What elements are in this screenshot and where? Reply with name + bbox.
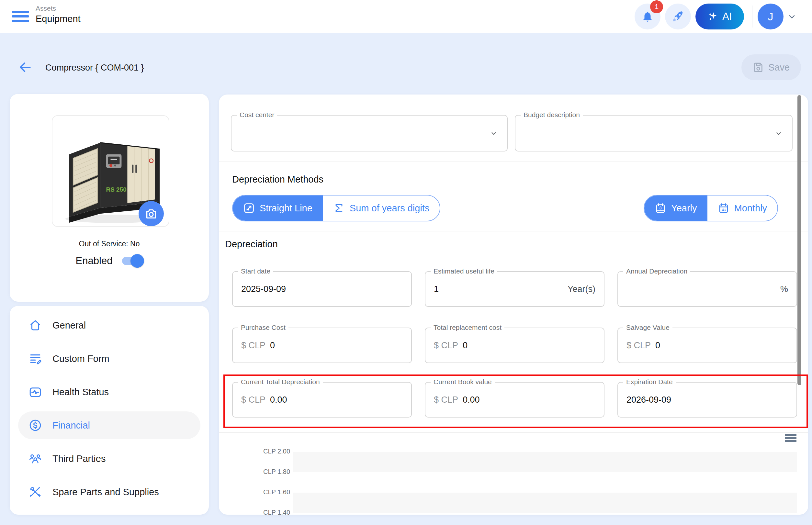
change-photo-button[interactable] bbox=[138, 201, 164, 226]
sidebar-item-label: Third Parties bbox=[53, 453, 105, 464]
sidebar-item-third-parties[interactable]: Third Parties bbox=[18, 445, 201, 472]
purchase-cost-field[interactable]: Purchase Cost $ CLP 0 bbox=[232, 328, 412, 363]
currency-prefix: $ CLP bbox=[434, 341, 458, 350]
chevron-down-icon bbox=[774, 129, 783, 139]
field-value: 2025-09-09 bbox=[241, 284, 286, 294]
field-label: Start date bbox=[238, 267, 273, 275]
depreciation-method-toggle: Straight Line Sum of years digits bbox=[232, 195, 440, 221]
sidebar-item-custom-form[interactable]: Custom Form bbox=[18, 345, 201, 373]
tools-icon bbox=[29, 485, 42, 499]
breadcrumb: Assets Equipment bbox=[35, 4, 80, 24]
page-title-header: Equipment bbox=[35, 14, 80, 24]
y-axis-label: CLP 2.00 bbox=[263, 448, 302, 455]
total-replacement-cost-field[interactable]: Total replacement cost $ CLP 0 bbox=[425, 328, 604, 363]
section-divider bbox=[219, 432, 808, 433]
y-axis-label: CLP 1.80 bbox=[263, 468, 302, 476]
field-label: Annual Depreciation bbox=[623, 267, 690, 275]
field-value: 1 bbox=[434, 284, 439, 294]
menu-icon[interactable] bbox=[12, 11, 29, 22]
currency-prefix: $ CLP bbox=[241, 341, 265, 350]
arrow-left-icon bbox=[18, 60, 32, 74]
enabled-label: Enabled bbox=[76, 255, 113, 267]
sparkle-icon bbox=[707, 11, 719, 22]
period-monthly-button[interactable]: Monthly bbox=[707, 195, 778, 221]
section-divider bbox=[219, 231, 808, 231]
dollar-circle-icon bbox=[29, 419, 42, 432]
back-button[interactable] bbox=[18, 60, 32, 74]
section-title: Depreciation Methods bbox=[232, 174, 323, 185]
save-icon bbox=[753, 62, 764, 73]
ai-assistant-button[interactable]: AI bbox=[695, 3, 744, 29]
equipment-financial-page: Assets Equipment 1 AI J bbox=[0, 0, 812, 525]
field-label: Current Book value bbox=[431, 378, 495, 386]
app-header: Assets Equipment 1 AI J bbox=[0, 0, 812, 33]
asset-profile-card: RS 250 Out of Service: No Enabled bbox=[10, 94, 209, 302]
sidebar-item-label: Financial bbox=[53, 420, 90, 431]
field-label: Estimated useful life bbox=[431, 267, 497, 275]
budget-description-select[interactable]: Budget description bbox=[515, 115, 793, 151]
field-value: 0 bbox=[655, 341, 660, 350]
field-suffix: % bbox=[780, 284, 788, 294]
field-label: Cost center bbox=[237, 111, 277, 119]
sidebar-item-health-status[interactable]: Health Status bbox=[18, 378, 201, 406]
enabled-row: Enabled bbox=[10, 255, 209, 267]
field-value: 2026-09-09 bbox=[626, 395, 671, 405]
annual-depreciation-field[interactable]: Annual Depreciation % bbox=[617, 271, 797, 307]
trend-chart-icon bbox=[243, 202, 255, 214]
field-label: Budget description bbox=[521, 111, 583, 119]
whats-new-button[interactable] bbox=[665, 3, 691, 29]
out-of-service-status: Out of Service: No bbox=[10, 240, 209, 248]
custom-form-icon bbox=[29, 352, 42, 365]
cost-center-select[interactable]: Cost center bbox=[231, 115, 508, 151]
expiration-date-field[interactable]: Expiration Date 2026-09-09 bbox=[617, 382, 797, 418]
sidebar-item-general[interactable]: General bbox=[18, 311, 201, 339]
health-monitor-icon bbox=[29, 385, 42, 399]
current-book-value-field[interactable]: Current Book value $ CLP 0.00 bbox=[425, 382, 604, 418]
asset-title: Compressor { COM-001 } bbox=[45, 63, 144, 73]
scrollbar-thumb[interactable] bbox=[797, 95, 801, 385]
period-label: Monthly bbox=[734, 203, 767, 214]
start-date-field[interactable]: Start date 2025-09-09 bbox=[232, 271, 412, 307]
people-group-icon bbox=[29, 452, 42, 465]
method-straight-line-button[interactable]: Straight Line bbox=[233, 195, 323, 221]
field-label: Salvage Value bbox=[623, 324, 673, 331]
sidebar-item-spare-parts[interactable]: Spare Parts and Supplies bbox=[18, 478, 201, 506]
sidebar-item-label: Spare Parts and Supplies bbox=[53, 487, 159, 497]
enabled-toggle[interactable] bbox=[122, 257, 143, 265]
user-avatar[interactable]: J bbox=[758, 3, 783, 29]
current-total-depreciation-field[interactable]: Current Total Depreciation $ CLP 0.00 bbox=[232, 382, 412, 418]
field-label: Expiration Date bbox=[623, 378, 676, 386]
rocket-icon bbox=[671, 10, 684, 23]
currency-prefix: $ CLP bbox=[434, 395, 458, 405]
salvage-value-field[interactable]: Salvage Value $ CLP 0 bbox=[617, 328, 797, 363]
y-axis-label: CLP 1.40 bbox=[263, 509, 302, 515]
sidebar-item-label: Custom Form bbox=[53, 354, 109, 364]
calendar-month-icon bbox=[718, 202, 729, 214]
svg-text:8: 8 bbox=[660, 206, 662, 210]
field-suffix: Year(s) bbox=[567, 284, 595, 294]
section-divider bbox=[219, 161, 808, 162]
field-value: 0 bbox=[463, 341, 468, 350]
home-icon bbox=[29, 318, 42, 332]
chart-context-menu-button[interactable] bbox=[785, 434, 797, 443]
chart-band bbox=[293, 452, 797, 472]
save-button[interactable]: Save bbox=[741, 55, 801, 80]
calendar-year-icon: 8 bbox=[655, 202, 666, 214]
sigma-icon bbox=[333, 202, 345, 214]
currency-prefix: $ CLP bbox=[241, 395, 265, 405]
period-label: Yearly bbox=[671, 203, 697, 214]
method-sum-of-years-button[interactable]: Sum of years digits bbox=[323, 195, 440, 221]
sidebar-item-label: General bbox=[53, 320, 86, 331]
field-label: Total replacement cost bbox=[431, 324, 504, 331]
toggle-knob bbox=[131, 254, 144, 268]
chart-band bbox=[293, 493, 797, 513]
equipment-model-label: RS 250 bbox=[106, 186, 127, 193]
asset-sections-nav: General Custom Form Health Status Financ… bbox=[10, 306, 209, 515]
period-yearly-button[interactable]: 8 Yearly bbox=[644, 195, 707, 221]
notification-badge: 1 bbox=[650, 0, 663, 13]
sidebar-item-financial[interactable]: Financial bbox=[18, 411, 201, 439]
field-label: Purchase Cost bbox=[238, 324, 289, 331]
header-divider bbox=[752, 5, 752, 28]
useful-life-field[interactable]: Estimated useful life 1 Year(s) bbox=[425, 271, 604, 307]
user-menu-button[interactable] bbox=[787, 12, 796, 22]
